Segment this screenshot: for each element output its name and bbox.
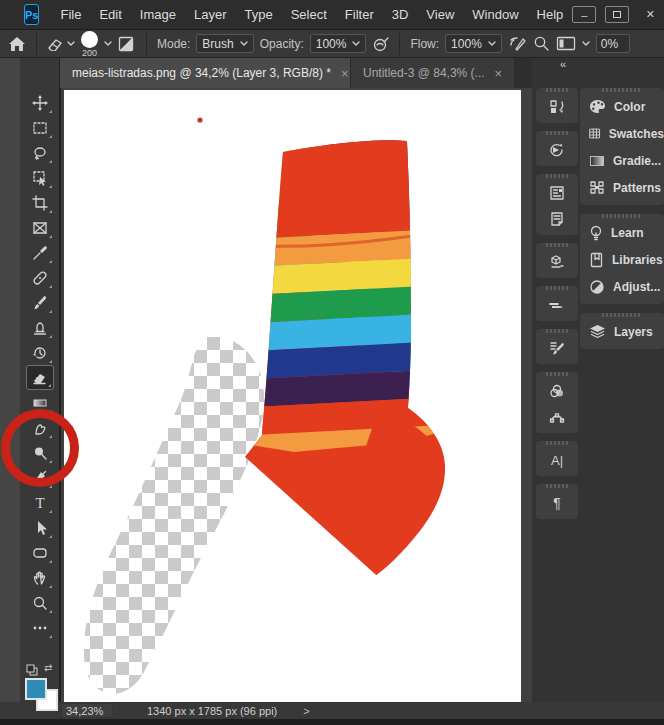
- mode-dropdown[interactable]: Brush: [196, 34, 253, 53]
- panel-tab-adjustments[interactable]: Adjust...: [580, 273, 664, 300]
- search-button[interactable]: [533, 35, 550, 52]
- tool-eraser[interactable]: [26, 365, 54, 390]
- tab-title: Untitled-3 @ 84,3% (...: [363, 66, 485, 80]
- pressure-opacity-button[interactable]: [372, 36, 389, 52]
- libraries-book-icon: [589, 252, 604, 268]
- zoom-level-field[interactable]: 34,23%: [61, 703, 113, 718]
- panel-label: Learn: [611, 226, 644, 240]
- flow-dropdown[interactable]: 100%: [445, 34, 502, 53]
- tool-brush[interactable]: [26, 290, 54, 315]
- mode-label: Mode:: [157, 37, 190, 51]
- canvas-artwork: [64, 90, 521, 702]
- character-icon[interactable]: A|: [536, 447, 578, 473]
- right-panel-dock: «: [532, 58, 664, 725]
- lasso-icon: [32, 145, 48, 161]
- tool-history-brush[interactable]: [26, 340, 54, 365]
- panel-tab-layers[interactable]: Layers: [580, 318, 664, 345]
- document-canvas[interactable]: [64, 90, 521, 702]
- tool-path-selection[interactable]: [26, 515, 54, 540]
- panel-tab-libraries[interactable]: Libraries: [580, 246, 664, 273]
- tools-panel: T ⇄: [20, 58, 60, 721]
- 3d-icon[interactable]: [536, 249, 578, 275]
- tool-clone-stamp[interactable]: [26, 315, 54, 340]
- maximize-button[interactable]: [605, 6, 629, 23]
- menu-filter[interactable]: Filter: [336, 0, 383, 30]
- layers-icon: [589, 324, 606, 339]
- tool-preset-picker[interactable]: [47, 36, 75, 51]
- minimize-button[interactable]: –: [572, 6, 596, 23]
- menu-view[interactable]: View: [417, 0, 463, 30]
- chevron-down-icon[interactable]: [104, 41, 112, 47]
- tool-lasso[interactable]: [26, 140, 54, 165]
- notes-icon[interactable]: [536, 206, 578, 232]
- menu-bar: Ps File Edit Image Layer Type Select Fil…: [0, 0, 664, 30]
- history-icon[interactable]: [536, 137, 578, 163]
- version-history-icon[interactable]: [536, 94, 578, 120]
- status-bar: 34,23% 1340 px x 1785 px (96 ppi) >: [0, 702, 664, 719]
- tool-move[interactable]: [26, 90, 54, 115]
- tool-spot-healing-brush[interactable]: [26, 265, 54, 290]
- tab-untitled-3[interactable]: Untitled-3 @ 84,3% (... ×: [350, 58, 515, 88]
- hand-icon: [32, 570, 48, 586]
- panel-tab-learn[interactable]: Learn: [580, 219, 664, 246]
- app-left-margin: [0, 58, 20, 721]
- tool-edit-toolbar[interactable]: [26, 615, 54, 640]
- smoothing-field[interactable]: 0%: [596, 34, 630, 53]
- foreground-color-swatch[interactable]: [25, 678, 47, 700]
- brush-tip-preview: [81, 31, 98, 48]
- home-button[interactable]: [8, 36, 26, 52]
- default-colors-icon[interactable]: [26, 664, 38, 676]
- menu-select[interactable]: Select: [282, 0, 336, 30]
- status-options-chevron[interactable]: >: [303, 705, 309, 717]
- menu-type[interactable]: Type: [236, 0, 282, 30]
- red-brush-dot: [197, 117, 202, 122]
- tool-hand[interactable]: [26, 565, 54, 590]
- close-button[interactable]: ✕: [638, 6, 662, 23]
- panel-tab-color[interactable]: Color: [580, 93, 664, 120]
- panel-tab-patterns[interactable]: Patterns: [580, 174, 664, 201]
- panel-tab-swatches[interactable]: Swatches: [580, 120, 664, 147]
- panel-toggle-button[interactable]: [556, 36, 576, 51]
- swap-colors-icon[interactable]: ⇄: [44, 662, 52, 673]
- menu-help[interactable]: Help: [528, 0, 573, 30]
- menu-image[interactable]: Image: [131, 0, 185, 30]
- panel-label: Color: [614, 100, 645, 114]
- brush-settings-icon[interactable]: [536, 335, 578, 361]
- flow-value: 100%: [451, 37, 482, 51]
- healing-brush-icon: [32, 270, 48, 286]
- tab-meias-listradas[interactable]: meias-listradas.png @ 34,2% (Layer 3, RG…: [60, 58, 350, 88]
- tab-close-icon[interactable]: ×: [495, 67, 503, 80]
- tool-crop[interactable]: [26, 190, 54, 215]
- color-mixer-icon[interactable]: [536, 378, 578, 404]
- eyedropper-icon: [32, 245, 48, 261]
- brushes-icon[interactable]: [536, 292, 578, 318]
- panel-icon-strip: A| ¶: [536, 84, 578, 527]
- clone-stamp-icon: [32, 320, 48, 336]
- tool-zoom[interactable]: [26, 590, 54, 615]
- opacity-dropdown[interactable]: 100%: [310, 34, 367, 53]
- toggle-brush-panels-button[interactable]: [118, 36, 136, 52]
- chevron-down-icon[interactable]: [582, 41, 590, 47]
- menu-layer[interactable]: Layer: [185, 0, 236, 30]
- panel-tab-gradients[interactable]: Gradie...: [580, 147, 664, 174]
- tab-close-icon[interactable]: ×: [341, 67, 349, 80]
- tool-object-selection[interactable]: [26, 165, 54, 190]
- menu-file[interactable]: File: [51, 0, 90, 30]
- airbrush-button[interactable]: [508, 36, 527, 52]
- brush-size-picker[interactable]: 200: [81, 31, 98, 58]
- tool-frame[interactable]: [26, 215, 54, 240]
- tool-rectangle-shape[interactable]: [26, 540, 54, 565]
- menu-window[interactable]: Window: [463, 0, 527, 30]
- smoothing-value: 0%: [601, 37, 618, 51]
- window-bottom-edge: [0, 719, 664, 725]
- tool-rectangular-marquee[interactable]: [26, 115, 54, 140]
- menu-3d[interactable]: 3D: [383, 0, 418, 30]
- paragraph-icon[interactable]: ¶: [536, 490, 578, 516]
- dock-collapse-icon[interactable]: «: [560, 58, 565, 70]
- tool-type[interactable]: T: [26, 490, 54, 515]
- paths-icon[interactable]: [536, 404, 578, 430]
- tool-eyedropper[interactable]: [26, 240, 54, 265]
- properties-icon[interactable]: [536, 180, 578, 206]
- swatches-grid-icon: [589, 126, 601, 141]
- menu-edit[interactable]: Edit: [90, 0, 130, 30]
